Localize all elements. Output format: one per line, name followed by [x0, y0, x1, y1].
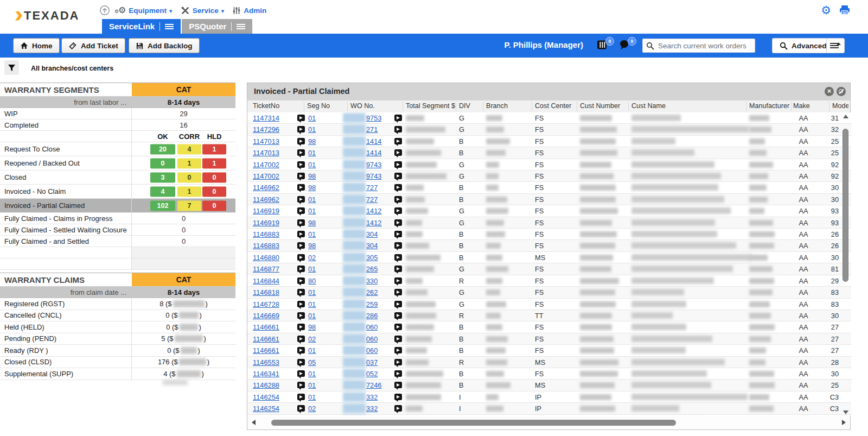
comment-icon[interactable]: [394, 394, 402, 400]
home-button[interactable]: Home: [13, 38, 60, 53]
ticket-link[interactable]: 1146880: [253, 254, 279, 262]
up-circle-icon[interactable]: [99, 5, 110, 16]
column-header[interactable]: DIV: [459, 102, 470, 110]
add-ticket-button[interactable]: Add Ticket: [61, 38, 125, 53]
ticket-link[interactable]: 1146728: [253, 300, 279, 308]
comment-icon[interactable]: [394, 115, 402, 121]
wo-no-link[interactable]: 9753: [366, 114, 381, 122]
seg-no-link[interactable]: 01: [308, 288, 316, 296]
ticket-link[interactable]: 1146883: [253, 230, 279, 238]
comment-icon[interactable]: [394, 289, 402, 295]
claim-row[interactable]: Supplemental (SUPP)4 ($): [0, 368, 235, 380]
add-backlog-button[interactable]: Add Backlog: [129, 38, 200, 53]
close-icon[interactable]: [825, 87, 834, 96]
corr-count-chip[interactable]: 4: [177, 144, 201, 154]
comment-icon[interactable]: [394, 161, 402, 168]
nav-equipment[interactable]: Equipment: [118, 6, 173, 15]
tab-menu-icon[interactable]: [237, 23, 245, 30]
ok-count-chip[interactable]: 0: [150, 158, 175, 168]
scroll-right-arrow[interactable]: [842, 420, 846, 425]
comment-icon[interactable]: [297, 382, 305, 388]
vertical-scroll-thumb[interactable]: [843, 129, 848, 282]
ticket-link[interactable]: 1146877: [253, 265, 279, 273]
ticket-link[interactable]: 1146962: [253, 195, 279, 204]
wo-no-link[interactable]: 060: [366, 323, 378, 331]
filter-button[interactable]: [4, 60, 19, 75]
comment-icon[interactable]: [394, 347, 402, 353]
wo-no-link[interactable]: 305: [366, 254, 378, 262]
hld-count-chip[interactable]: 0: [202, 186, 226, 197]
texada-logo[interactable]: TEXADA: [15, 9, 79, 23]
wo-no-link[interactable]: 332: [366, 393, 378, 401]
comment-icon[interactable]: [394, 242, 402, 249]
horizontal-scrollbar[interactable]: [247, 416, 850, 429]
comment-icon[interactable]: [297, 324, 305, 330]
comment-icon[interactable]: [297, 115, 305, 121]
seg-no-link[interactable]: 01: [308, 300, 316, 308]
comment-icon[interactable]: [297, 347, 305, 353]
wo-no-link[interactable]: 271: [366, 125, 378, 134]
segment-row[interactable]: WIP29: [0, 108, 235, 119]
column-header[interactable]: Model: [832, 102, 848, 110]
ticket-link[interactable]: 1146844: [253, 277, 279, 285]
seg-no-link[interactable]: 98: [308, 137, 316, 146]
wo-no-link[interactable]: 060: [366, 335, 378, 343]
seg-no-link[interactable]: 02: [308, 405, 316, 413]
claim-row[interactable]: Held (HELD)0 ($): [0, 321, 235, 333]
comment-icon[interactable]: [297, 266, 305, 272]
wo-no-link[interactable]: 286: [366, 312, 378, 320]
tab-servicelink[interactable]: ServiceLink: [102, 19, 181, 34]
comment-icon[interactable]: [394, 301, 402, 307]
wo-no-link[interactable]: 332: [366, 405, 378, 413]
wo-no-link[interactable]: 1412: [366, 219, 381, 227]
ticket-link[interactable]: 1147314: [253, 114, 279, 122]
segment-row[interactable]: Closed300: [0, 170, 235, 185]
ticket-link[interactable]: 1147013: [253, 149, 279, 157]
brand-column-header[interactable]: CAT: [132, 273, 235, 286]
ok-count-chip[interactable]: 3: [150, 172, 175, 182]
seg-no-link[interactable]: 01: [308, 125, 316, 134]
comment-icon[interactable]: [297, 394, 305, 400]
menu-button[interactable]: [826, 38, 845, 53]
comment-icon[interactable]: [297, 312, 305, 319]
print-icon[interactable]: [839, 5, 851, 16]
segment-row[interactable]: Fully Claimed - Claims in Progress0: [0, 213, 235, 224]
claim-row[interactable]: Pending (PEND)5 ($): [0, 333, 235, 345]
wo-no-link[interactable]: 727: [366, 195, 378, 204]
segment-row[interactable]: Invoiced - Partial Claimed10270: [0, 199, 235, 213]
comment-icon[interactable]: [394, 336, 402, 342]
scroll-down-arrow[interactable]: [843, 410, 848, 414]
comment-icon[interactable]: [394, 382, 402, 388]
ticket-link[interactable]: 1146553: [253, 358, 279, 367]
wo-no-link[interactable]: 037: [366, 358, 378, 367]
ok-count-chip[interactable]: 4: [150, 186, 175, 197]
seg-no-link[interactable]: 01: [308, 381, 316, 389]
tab-menu-icon[interactable]: [165, 23, 174, 30]
seg-no-link[interactable]: 98: [308, 219, 316, 227]
seg-no-link[interactable]: 98: [308, 323, 316, 331]
settings-gear-icon[interactable]: [821, 4, 831, 16]
seg-no-link[interactable]: 01: [308, 346, 316, 355]
comment-icon[interactable]: [394, 138, 402, 144]
wo-no-link[interactable]: 7246: [366, 381, 381, 389]
brand-column-header[interactable]: CAT: [132, 83, 235, 96]
claim-row[interactable]: Registered (RGST)8 ($): [0, 298, 235, 310]
column-header[interactable]: WO No.: [350, 102, 375, 110]
comment-icon[interactable]: [297, 231, 305, 237]
seg-no-link[interactable]: 02: [308, 254, 316, 262]
nav-service[interactable]: Service: [181, 6, 225, 15]
seg-no-link[interactable]: 01: [308, 312, 316, 320]
comment-icon[interactable]: [394, 324, 402, 330]
comment-icon[interactable]: [394, 254, 402, 261]
segment-row[interactable]: Reopened / Backed Out011: [0, 156, 235, 170]
messages-notification[interactable]: 0: [619, 40, 635, 53]
wo-no-link[interactable]: 1414: [366, 149, 381, 157]
tab-psquoter[interactable]: PSQuoter: [182, 19, 252, 34]
ticket-link[interactable]: 1147013: [253, 137, 279, 146]
seg-no-link[interactable]: 01: [308, 195, 316, 204]
comment-icon[interactable]: [297, 173, 305, 179]
nav-admin[interactable]: Admin: [232, 6, 266, 15]
scroll-left-arrow[interactable]: [252, 420, 256, 425]
wo-no-link[interactable]: 9743: [366, 161, 381, 169]
search-input[interactable]: [657, 41, 755, 50]
